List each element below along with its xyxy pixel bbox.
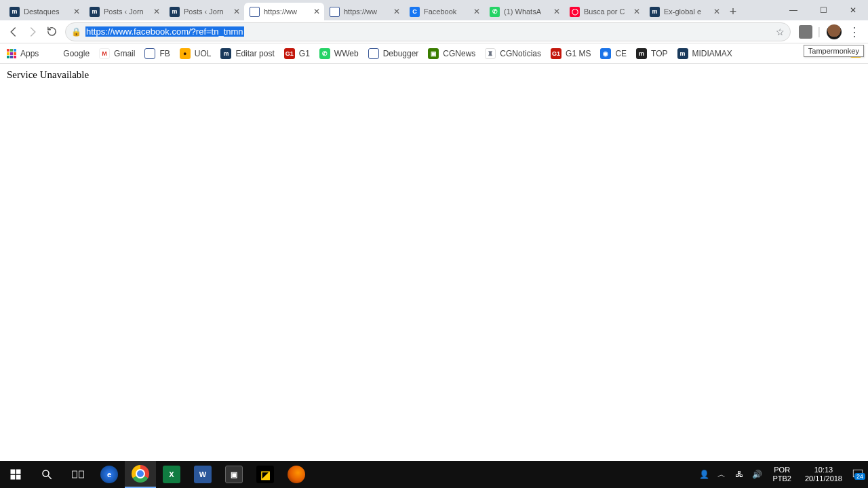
- taskbar-edge[interactable]: e: [94, 461, 125, 488]
- bookmark-icon: M: [99, 48, 110, 59]
- bookmark-label: FB: [159, 49, 170, 58]
- tab-close-icon[interactable]: ✕: [313, 7, 320, 16]
- bookmark-icon: ✆: [319, 48, 330, 59]
- tray-network-icon[interactable]: 🖧: [733, 468, 745, 481]
- bookmark-label: G1 MS: [566, 49, 591, 58]
- bookmark-icon: ♜: [485, 48, 496, 59]
- bookmark-label: CE: [615, 49, 627, 58]
- reload-button[interactable]: [42, 22, 61, 41]
- chrome-menu-button[interactable]: ⋮: [845, 22, 864, 41]
- taskbar-firefox[interactable]: [281, 461, 312, 488]
- browser-tab[interactable]: mDestaques✕: [4, 3, 84, 20]
- tab-close-icon[interactable]: ✕: [553, 7, 560, 16]
- task-view-button[interactable]: [62, 461, 94, 488]
- address-bar[interactable]: 🔒 https://www.facebook.com/?ref=tn_tnmn …: [65, 22, 791, 41]
- tray-chevron-up-icon[interactable]: ︿: [715, 468, 728, 481]
- taskbar-chrome[interactable]: [125, 461, 156, 488]
- bookmark-item[interactable]: ◉CE: [600, 48, 627, 59]
- bookmark-label: CGNews: [443, 49, 475, 58]
- separator: |: [818, 26, 821, 38]
- bookmark-icon: G1: [284, 48, 295, 59]
- profile-avatar[interactable]: [825, 22, 844, 41]
- bookmark-icon: f: [368, 48, 379, 59]
- taskbar-photos[interactable]: ▣: [218, 461, 250, 488]
- bookmark-label: G1: [299, 49, 310, 58]
- tab-close-icon[interactable]: ✕: [633, 7, 640, 16]
- tab-favicon: ◯: [570, 7, 580, 17]
- window-maximize-button[interactable]: ☐: [808, 0, 838, 20]
- tab-title: https://ww: [344, 7, 391, 16]
- bookmark-star-icon[interactable]: ☆: [776, 26, 785, 37]
- bookmark-item[interactable]: G1G1: [284, 48, 310, 59]
- bookmark-item[interactable]: ●UOL: [180, 48, 212, 59]
- bookmark-label: Gmail: [114, 49, 135, 58]
- tab-close-icon[interactable]: ✕: [233, 7, 240, 16]
- bookmark-item[interactable]: ✆WWeb: [319, 48, 359, 59]
- bookmark-icon: f: [144, 48, 155, 59]
- bookmark-item[interactable]: MGmail: [99, 48, 135, 59]
- tray-people-icon[interactable]: 👤: [698, 468, 710, 481]
- bookmark-label: Editar post: [235, 49, 274, 58]
- tab-favicon: f: [250, 7, 260, 17]
- search-button[interactable]: [31, 461, 62, 488]
- tray-clock[interactable]: 10:1320/11/2018: [801, 466, 846, 483]
- bookmark-icon: m: [220, 48, 231, 59]
- url-text: https://www.facebook.com/?ref=tn_tnmn: [85, 26, 244, 37]
- bookmark-icon: ●: [180, 48, 191, 59]
- windows-taskbar: e X W ▣ ◪ 👤 ︿ 🖧 🔊 PORPTB2 10:1320/11/201…: [0, 461, 868, 488]
- browser-tab[interactable]: fhttps://ww✕: [244, 3, 324, 20]
- bookmark-item[interactable]: fDebugger: [368, 48, 419, 59]
- bookmark-icon: ▣: [428, 48, 439, 59]
- window-minimize-button[interactable]: —: [778, 0, 808, 20]
- tab-close-icon[interactable]: ✕: [473, 7, 480, 16]
- tab-title: Busca por C: [584, 7, 631, 16]
- bookmark-label: Debugger: [383, 49, 419, 58]
- bookmark-item[interactable]: mTOP: [636, 48, 667, 59]
- taskbar-app-yellow[interactable]: ◪: [250, 461, 281, 488]
- tray-notifications-icon[interactable]: 24: [852, 468, 864, 481]
- forward-button[interactable]: [23, 22, 42, 41]
- browser-tab[interactable]: ✆(1) WhatsA✕: [484, 3, 564, 20]
- bookmarks-bar: AppsGGoogleMGmailfFB●UOLmEditar postG1G1…: [0, 43, 868, 64]
- tab-title: Facebook: [424, 7, 471, 16]
- tray-language[interactable]: PORPTB2: [768, 466, 795, 483]
- bookmark-item[interactable]: Apps: [7, 49, 39, 58]
- bookmark-item[interactable]: G1G1 MS: [551, 48, 591, 59]
- browser-tab[interactable]: CFacebook✕: [404, 3, 484, 20]
- tab-title: Posts ‹ Jorn: [104, 7, 151, 16]
- browser-tab[interactable]: mEx-global e✕: [644, 3, 724, 20]
- bookmark-label: UOL: [195, 49, 212, 58]
- tab-close-icon[interactable]: ✕: [713, 7, 720, 16]
- bookmark-item[interactable]: GGoogle: [48, 48, 90, 59]
- browser-tab[interactable]: ◯Busca por C✕: [564, 3, 644, 20]
- new-tab-button[interactable]: +: [724, 3, 742, 20]
- extension-tampermonkey[interactable]: [796, 22, 815, 41]
- tab-favicon: ✆: [490, 7, 500, 17]
- tab-title: Destaques: [24, 7, 71, 16]
- bookmark-item[interactable]: mMIDIAMAX: [677, 48, 732, 59]
- bookmark-item[interactable]: mEditar post: [220, 48, 274, 59]
- bookmark-item[interactable]: ♜CGNoticias: [485, 48, 541, 59]
- window-close-button[interactable]: ✕: [838, 0, 868, 20]
- browser-tab[interactable]: fhttps://ww✕: [324, 3, 404, 20]
- bookmark-icon: [7, 49, 16, 58]
- bookmark-label: Apps: [20, 49, 39, 58]
- browser-tab[interactable]: mPosts ‹ Jorn✕: [164, 3, 244, 20]
- browser-tab[interactable]: mPosts ‹ Jorn✕: [84, 3, 164, 20]
- tab-close-icon[interactable]: ✕: [393, 7, 400, 16]
- tab-close-icon[interactable]: ✕: [73, 7, 80, 16]
- taskbar-word[interactable]: W: [187, 461, 218, 488]
- tab-title: Posts ‹ Jorn: [184, 7, 231, 16]
- back-button[interactable]: [4, 22, 23, 41]
- start-button[interactable]: [0, 461, 31, 488]
- bookmark-label: Google: [63, 49, 90, 58]
- taskbar-excel[interactable]: X: [156, 461, 187, 488]
- bookmark-icon: ◉: [600, 48, 611, 59]
- tab-favicon: m: [90, 7, 100, 17]
- tab-close-icon[interactable]: ✕: [153, 7, 160, 16]
- svg-rect-6: [73, 471, 77, 478]
- bookmark-item[interactable]: ▣CGNews: [428, 48, 475, 59]
- bookmark-item[interactable]: fFB: [144, 48, 170, 59]
- tab-title: Ex-global e: [664, 7, 711, 16]
- tray-volume-icon[interactable]: 🔊: [751, 468, 763, 481]
